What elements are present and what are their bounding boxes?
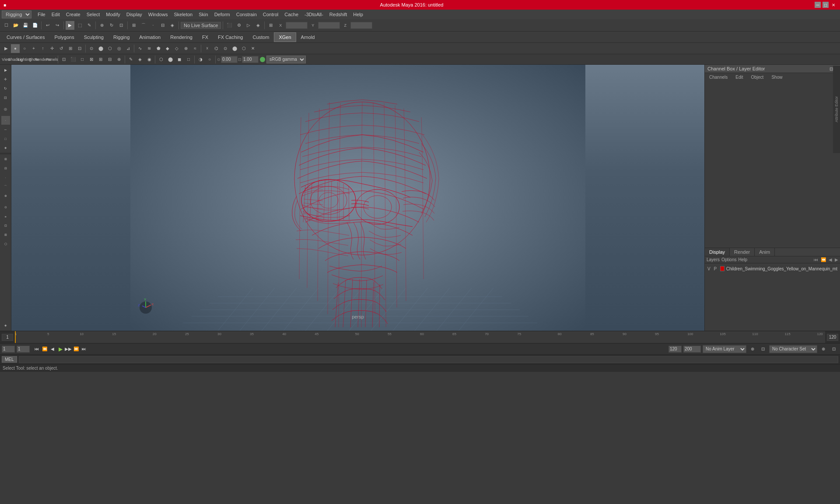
layer-row-default[interactable]: V P Children_Swimming_Goggles_Yellow_on_… <box>706 264 839 273</box>
tool-arrow-up[interactable]: ↑ <box>38 44 47 53</box>
tool-scale2[interactable]: ⊞ <box>66 44 75 53</box>
select-mode-btn[interactable]: ▶ <box>1 66 10 74</box>
fps-input[interactable] <box>683 346 701 353</box>
tool-normals[interactable]: ⊿ <box>124 44 133 53</box>
menu-file[interactable]: File <box>35 11 48 18</box>
layer-opt-help[interactable]: Help <box>738 257 747 262</box>
x-coord-input[interactable] <box>286 22 308 29</box>
shadow-btn[interactable]: ◑ <box>196 55 205 64</box>
move-mode-btn[interactable]: ✛ <box>1 75 10 84</box>
char-set-icon[interactable]: ⊕ <box>819 345 828 354</box>
layer-nav-prev2[interactable]: ⏪ <box>821 257 826 262</box>
snap-view-btn[interactable]: ⊟ <box>158 21 167 30</box>
region-btn[interactable]: ⊠ <box>87 55 96 64</box>
rotate-mode-btn[interactable]: ↻ <box>1 84 10 93</box>
tool-fields[interactable]: ≈ <box>191 44 200 53</box>
paint-select-btn[interactable]: ✎ <box>85 21 94 30</box>
tab-rigging[interactable]: Rigging <box>108 32 134 42</box>
layer-nav-next[interactable]: ▶ <box>835 257 838 262</box>
tool-skin-bind[interactable]: ⊙ <box>221 44 230 53</box>
layer-v[interactable]: V <box>707 266 712 271</box>
layer-tab-anim[interactable]: Anim <box>755 248 775 256</box>
close-button[interactable]: ✕ <box>830 2 836 8</box>
viewport[interactable]: X Y Z persp <box>11 65 704 331</box>
menu-deform[interactable]: Deform <box>212 11 233 18</box>
layer-tab-display[interactable]: Display <box>705 248 730 256</box>
menu-redshift[interactable]: Redshift <box>327 11 350 18</box>
isolate-btn[interactable]: ◉ <box>145 55 154 64</box>
tab-curves-surfaces[interactable]: Curves / Surfaces <box>2 32 49 42</box>
new-file-btn[interactable]: ☐ <box>2 21 10 30</box>
menu-windows[interactable]: Windows <box>146 11 171 18</box>
grid-btn[interactable]: ⊟ <box>105 55 114 64</box>
lighting-btn[interactable]: Lighting <box>20 55 29 64</box>
snap-point-btn[interactable]: · <box>149 21 158 30</box>
menu-help[interactable]: Help <box>350 11 366 18</box>
layer-tab-render[interactable]: Render <box>730 248 755 256</box>
rotate-tool-btn[interactable]: ↻ <box>107 21 116 30</box>
tool-deform[interactable]: ⬡ <box>239 44 248 53</box>
menu-skeleton[interactable]: Skeleton <box>171 11 195 18</box>
tool-ncloth[interactable]: ⬟ <box>154 44 163 53</box>
connection-btn[interactable]: ⊞ <box>1 231 10 239</box>
script-editor-btn[interactable]: ⬡ <box>1 240 10 248</box>
current-frame-input[interactable] <box>2 346 15 353</box>
tool-mesh-display[interactable]: ⊙ <box>87 44 96 53</box>
cb-tab-show[interactable]: Show <box>768 74 786 80</box>
layer-nav-prev[interactable]: ◀ <box>829 257 832 262</box>
timeline-start-input[interactable]: 1 <box>2 334 13 341</box>
undo-btn[interactable]: ↩ <box>43 21 52 30</box>
play-next-frame[interactable]: ▶▶ <box>65 346 72 353</box>
camera-btn[interactable]: ⊡ <box>60 55 68 64</box>
attribute-btn[interactable]: ⊡ <box>1 221 10 230</box>
exposure-input[interactable]: 0.00 <box>221 56 238 63</box>
tool-move[interactable]: ✛ <box>48 44 56 53</box>
menu-constrain[interactable]: Constrain <box>234 11 259 18</box>
snap-grid-btn[interactable]: ⊞ <box>130 21 138 30</box>
resolution-btn[interactable]: □ <box>78 55 87 64</box>
anim-layer-icon2[interactable]: ⊡ <box>759 345 767 354</box>
menu-select[interactable]: Select <box>84 11 103 18</box>
save-file-btn[interactable]: 💾 <box>21 21 30 30</box>
flat-btn[interactable]: ◼ <box>175 55 184 64</box>
timeline-ruler[interactable]: 1 5 10 15 20 25 30 35 40 45 50 55 60 65 … <box>15 331 825 343</box>
range-start-input[interactable] <box>17 346 30 353</box>
window-controls[interactable]: ─ □ ✕ <box>815 2 836 8</box>
tool-paint[interactable]: ● <box>11 44 20 53</box>
tool-rotate[interactable]: ↺ <box>57 44 66 53</box>
y-coord-input[interactable] <box>318 22 340 29</box>
cb-tab-edit[interactable]: Edit <box>732 74 746 80</box>
x-coord-btn[interactable]: X <box>276 21 285 30</box>
lasso-tool-btn[interactable]: ⬚ <box>75 21 84 30</box>
play-forward[interactable]: ▶ <box>57 346 64 353</box>
quicksel-btn[interactable]: ◈ <box>1 321 10 330</box>
tab-animation[interactable]: Animation <box>134 32 165 42</box>
tool-joint[interactable]: ☓ <box>203 44 211 53</box>
component-edges-btn[interactable]: ─ <box>1 125 10 134</box>
char-set-select[interactable]: No Character Set <box>769 345 817 353</box>
render-settings-btn[interactable]: ⚙ <box>234 21 243 30</box>
menu-edit[interactable]: Edit <box>49 11 63 18</box>
redo-btn[interactable]: ↪ <box>53 21 62 30</box>
play-next-key[interactable]: ⏩ <box>73 346 80 353</box>
scale-tool-btn[interactable]: ⊡ <box>117 21 126 30</box>
tool-wrap[interactable]: ⊡ <box>75 44 84 53</box>
tab-xgen[interactable]: XGen <box>274 32 296 42</box>
tool-plus[interactable]: + <box>29 44 38 53</box>
z-coord-btn[interactable]: Z <box>341 21 350 30</box>
tab-fx-caching[interactable]: FX Caching <box>213 32 248 42</box>
ipr-btn[interactable]: ◈ <box>254 21 262 30</box>
tool-circle[interactable]: ○ <box>20 44 29 53</box>
char-set-icon2[interactable]: ⊡ <box>830 345 838 354</box>
z-coord-input[interactable] <box>350 22 372 29</box>
mel-input[interactable] <box>19 356 838 363</box>
tab-custom[interactable]: Custom <box>248 32 274 42</box>
tool-wire[interactable]: ⬡ <box>105 44 114 53</box>
tab-arnold[interactable]: Arnold <box>296 32 320 42</box>
menu-cache[interactable]: Cache <box>282 11 301 18</box>
tool-hair[interactable]: ∿ <box>136 44 144 53</box>
mode-selector[interactable]: Rigging <box>2 10 32 18</box>
layer-opt-options[interactable]: Options <box>721 257 736 262</box>
menu-modify[interactable]: Modify <box>103 11 122 18</box>
tool-nparticle[interactable]: ◆ <box>163 44 172 53</box>
